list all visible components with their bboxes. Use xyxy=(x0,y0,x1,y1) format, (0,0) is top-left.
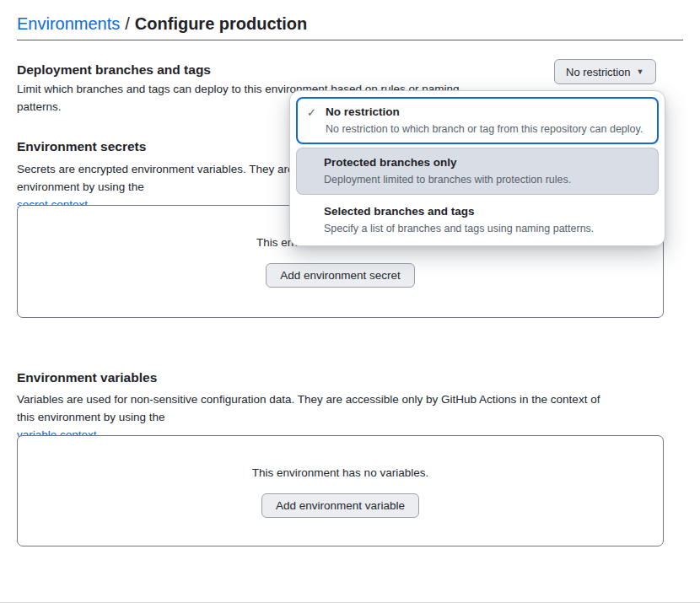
breadcrumb-separator: / xyxy=(125,14,130,33)
deployment-branches-heading: Deployment branches and tags xyxy=(17,62,211,78)
variables-empty-message: This environment has no variables. xyxy=(252,466,428,479)
menu-item-no-restriction[interactable]: ✓ No restriction No restriction to which… xyxy=(296,97,659,144)
branch-policy-selector-label: No restriction xyxy=(566,66,631,78)
environment-variables-heading: Environment variables xyxy=(17,370,157,385)
environment-settings-page: Environments/Configure production Deploy… xyxy=(0,0,700,603)
menu-item-no-restriction-description: No restriction to which branch or tag fr… xyxy=(326,123,643,135)
menu-item-protected-branches-description: Deployment limited to branches with prot… xyxy=(324,174,648,186)
add-environment-secret-button[interactable]: Add environment secret xyxy=(266,263,415,288)
environment-secrets-heading: Environment secrets xyxy=(17,139,146,154)
variables-description-line2-text: this environment by using the xyxy=(17,408,658,426)
variables-description-line1: Variables are used for non-sensitive con… xyxy=(17,390,658,408)
chevron-down-icon: ▼ xyxy=(637,67,644,76)
branch-policy-dropdown-menu: ✓ No restriction No restriction to which… xyxy=(289,90,665,246)
menu-item-protected-branches-title: Protected branches only xyxy=(324,156,648,169)
menu-item-selected-branches-title: Selected branches and tags xyxy=(324,205,649,218)
page-title: Configure production xyxy=(135,14,307,33)
breadcrumb: Environments/Configure production xyxy=(17,13,307,35)
menu-item-selected-branches-description: Specify a list of branches and tags usin… xyxy=(324,223,649,234)
menu-item-no-restriction-title: No restriction xyxy=(326,105,643,118)
menu-item-selected-branches-and-tags[interactable]: Selected branches and tags Specify a lis… xyxy=(296,198,659,240)
menu-item-text: No restriction No restriction to which b… xyxy=(326,105,643,135)
variables-empty-box: This environment has no variables. Add e… xyxy=(17,435,664,546)
breadcrumb-environments-link[interactable]: Environments xyxy=(17,14,120,33)
menu-item-protected-branches-only[interactable]: Protected branches only Deployment limit… xyxy=(296,148,659,195)
branch-policy-selector-button[interactable]: No restriction ▼ xyxy=(554,59,656,84)
add-environment-variable-button[interactable]: Add environment variable xyxy=(261,493,419,518)
check-icon: ✓ xyxy=(307,105,326,119)
title-divider xyxy=(17,40,683,40)
